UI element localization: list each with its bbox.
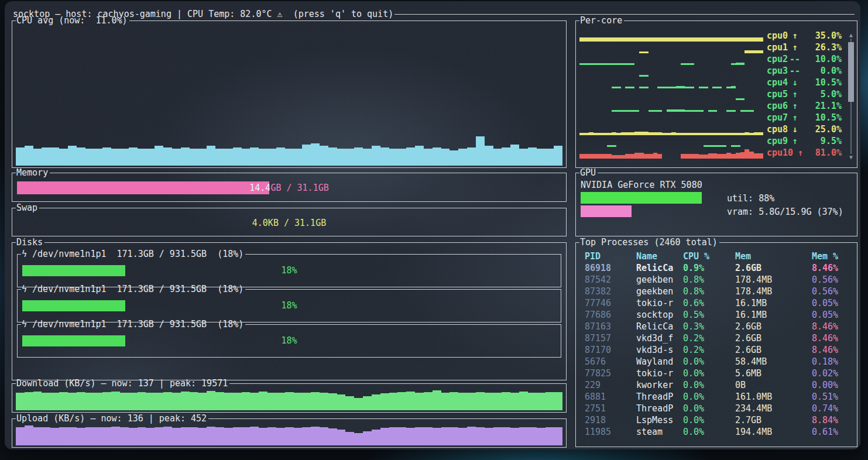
core-trend-icon: ↑ xyxy=(789,30,801,42)
memory-usage-text-overlay: 14.4GB / 31.1GB xyxy=(17,181,269,194)
spark-bar xyxy=(50,147,59,166)
process-row[interactable]: 5676Wayland0.0%58.4MB0.18% xyxy=(581,356,852,368)
spark-bar xyxy=(415,393,424,410)
process-row[interactable]: 87170vkd3d-s0.2%2.6GB8.46% xyxy=(581,344,852,356)
process-row[interactable]: 2918LspMess0.0%2.7GB8.84% xyxy=(581,414,852,426)
spark-bar xyxy=(745,149,749,159)
spark-bar xyxy=(111,149,120,166)
spark-bar xyxy=(630,154,634,159)
spark-bar xyxy=(745,37,749,42)
mem-pct-header: Mem % xyxy=(812,250,838,262)
process-row[interactable]: 77686socktop0.5%16.1MB0.05% xyxy=(581,309,852,321)
mem-cell: 5.6MB xyxy=(735,368,761,379)
mem-cell: 161.0MB xyxy=(735,391,772,403)
spark-bar xyxy=(649,154,653,159)
spark-bar xyxy=(129,428,138,445)
spark-bar xyxy=(458,428,467,445)
spark-bar xyxy=(259,428,267,445)
core-sparkline xyxy=(579,147,767,159)
core-label: cpu9↑ 9.5% xyxy=(767,135,842,147)
spark-bar xyxy=(25,392,33,410)
disks-panel: Disks ϟ /dev/nvme1n1p1 171.3GB / 931.5GB… xyxy=(12,242,567,380)
spark-bar xyxy=(25,425,33,445)
process-row[interactable]: 87163RelicCa0.3%2.6GB8.46% xyxy=(581,321,852,332)
scroll-down-icon[interactable]: ▼ xyxy=(847,152,855,163)
spark-bar xyxy=(397,427,406,445)
terminal-window: socktop — host: cachyos-gaming | CPU Tem… xyxy=(5,1,860,449)
download-panel: Download (KB/s) — now: 137 | peak: 19571 xyxy=(12,383,567,413)
spark-bar xyxy=(644,37,649,42)
core-trend-icon: ↑ xyxy=(789,100,801,112)
spark-bar xyxy=(510,393,519,410)
disk-icon: ϟ xyxy=(22,249,32,259)
mem-pct-cell: 0.05% xyxy=(812,297,838,309)
spark-bar xyxy=(285,392,294,410)
spark-bar xyxy=(639,37,644,42)
pid-cell: 86918 xyxy=(585,262,611,274)
spark-bar xyxy=(163,392,172,410)
mem-pct-cell: 0.05% xyxy=(812,309,838,321)
spark-bar xyxy=(198,393,207,410)
spark-bar xyxy=(198,428,207,445)
spark-bar xyxy=(233,147,242,166)
process-row[interactable]: 11985steam0.0%194.4MB0.61% xyxy=(581,426,852,438)
core-sparkline xyxy=(579,112,767,123)
process-row[interactable]: 77825tokio-r0.0%5.6MB0.02% xyxy=(581,368,852,379)
per-core-scrollbar[interactable]: ▲ ▼ xyxy=(847,29,855,163)
spark-bar xyxy=(537,393,545,410)
process-row[interactable]: 87542geekben0.8%178.4MB0.56% xyxy=(581,274,852,286)
core-trend-icon: -- xyxy=(789,53,801,65)
pid-cell: 87542 xyxy=(585,274,611,286)
core-name: cpu6 xyxy=(767,100,788,112)
spark-bar xyxy=(242,427,251,445)
memory-bar: 14.4GB / 31.1GB 14.4GB / 31.1GB xyxy=(17,181,561,194)
spark-bar xyxy=(667,37,671,42)
core-label: cpu5↑ 5.0% xyxy=(767,88,842,100)
spark-bar xyxy=(224,393,233,410)
spark-bar xyxy=(616,155,621,159)
spark-bar xyxy=(181,392,190,410)
gpu-vram-bar-fill xyxy=(581,205,632,217)
scrollbar-thumb[interactable] xyxy=(848,42,854,102)
core-name: cpu5 xyxy=(767,88,788,100)
spark-bar xyxy=(311,143,320,166)
spark-bar xyxy=(320,146,328,166)
disk-icon: ϟ xyxy=(22,319,32,329)
spark-bar xyxy=(519,392,528,410)
pid-cell: 2918 xyxy=(585,414,606,426)
spark-bar xyxy=(294,393,303,410)
core-value: 10.5% xyxy=(801,112,842,123)
process-row[interactable]: 87157vkd3d_f0.2%2.6GB8.46% xyxy=(581,332,852,344)
spark-bar xyxy=(476,392,485,410)
mem-cell: 16.1MB xyxy=(735,309,767,321)
spark-bar xyxy=(389,393,398,410)
spark-bar xyxy=(233,393,242,410)
mem-cell: 178.4MB xyxy=(735,286,772,297)
spark-bar xyxy=(181,147,190,166)
process-row[interactable]: 86918RelicCa0.9%2.6GB8.46% xyxy=(581,262,852,274)
core-row: cpu1↑26.3% xyxy=(579,42,842,53)
mem-cell: 194.4MB xyxy=(735,426,772,438)
process-row[interactable]: 87382geekben0.8%178.4MB0.56% xyxy=(581,286,852,297)
spark-bar xyxy=(276,147,285,166)
spark-bar xyxy=(155,393,163,410)
process-row[interactable]: 229kworker0.0%0B0.00% xyxy=(581,379,852,391)
core-label: cpu10↑81.0% xyxy=(767,147,842,159)
process-row[interactable]: 77746tokio-r0.6%16.1MB0.05% xyxy=(581,297,852,309)
spark-bar xyxy=(102,427,111,445)
spark-bar xyxy=(146,149,155,166)
process-row[interactable]: 2751ThreadP0.0%234.4MB0.74% xyxy=(581,403,852,414)
pid-header: PID xyxy=(585,250,601,262)
core-value: 81.0% xyxy=(806,147,842,159)
gpu-util-bar xyxy=(581,192,718,204)
core-value: 26.3% xyxy=(801,42,842,53)
pid-cell: 229 xyxy=(585,379,601,391)
download-label: Download (KB/s) — now: 137 | peak: 19571 xyxy=(16,377,229,389)
spark-bar xyxy=(50,393,59,410)
name-cell: kworker xyxy=(636,379,673,391)
spark-bar xyxy=(699,37,704,42)
name-cell: LspMess xyxy=(636,414,673,426)
process-row[interactable]: 6881ThreadP0.0%161.0MB0.51% xyxy=(581,391,852,403)
mem-header: Mem xyxy=(735,250,751,262)
spark-bar xyxy=(424,149,433,166)
